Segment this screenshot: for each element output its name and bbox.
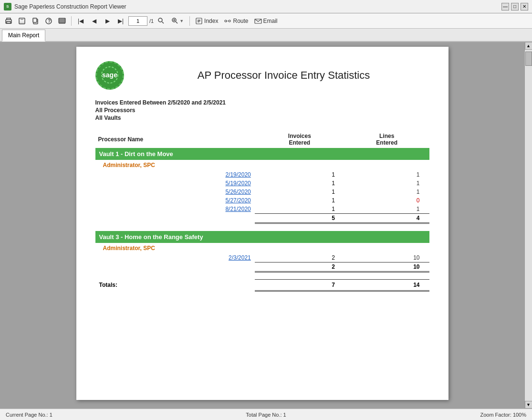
vault-row-1: Vault 3 - Home on the Range Safety [95, 231, 429, 243]
copy-button[interactable] [30, 15, 41, 27]
col-header-invoices: Invoices Entered [255, 131, 344, 148]
subtotal-invoices: 5 [255, 214, 344, 223]
report-table: Processor Name Invoices Entered Lines En… [95, 131, 429, 292]
help-button[interactable]: ? [43, 15, 54, 27]
col-header-name: Processor Name [95, 131, 255, 148]
minimize-button[interactable]: — [501, 3, 509, 10]
report-title: AP Processor Invoice Entry Statistics [138, 69, 429, 82]
lines-cell: 0 [344, 196, 429, 205]
date-link[interactable]: 2/19/2020 [225, 171, 250, 178]
processor-name: Administrator, SPC [95, 160, 429, 170]
date-cell: 2/19/2020 [95, 170, 255, 179]
tab-bar: Main Report [0, 29, 532, 42]
date-cell: 5/27/2020 [95, 196, 255, 205]
last-page-button[interactable]: ▶| [115, 15, 126, 27]
lines-cell: 10 [344, 253, 429, 262]
subtotal-lines: 10 [344, 262, 429, 272]
title-bar-left: S Sage Paperless Construction Report Vie… [4, 3, 126, 10]
totals-label: Totals: [95, 279, 255, 291]
subtotal-row-0-0: 5 4 [95, 214, 429, 223]
report-vaults: All Vaults [95, 115, 429, 121]
sage-logo-text: sage [101, 66, 118, 85]
document-area: sage AP Processor Invoice Entry Statisti… [0, 42, 524, 409]
date-link[interactable]: 8/21/2020 [225, 206, 250, 212]
index-button[interactable]: Index [193, 16, 220, 26]
data-row-0-0-3: 5/27/2020 1 0 [95, 196, 429, 205]
date-link[interactable]: 5/26/2020 [225, 189, 250, 195]
data-row-0-0-4: 8/21/2020 1 1 [95, 205, 429, 214]
date-link[interactable]: 5/19/2020 [225, 180, 250, 187]
spacer-row-1 [95, 272, 429, 279]
email-button[interactable]: Email [252, 16, 280, 26]
status-zoom: Zoom Factor: 100% [353, 412, 526, 418]
processor-row-1-0: Administrator, SPC [95, 243, 429, 253]
date-link[interactable]: 5/27/2020 [225, 197, 250, 204]
invoices-cell: 1 [255, 196, 344, 205]
data-row-0-0-0: 2/19/2020 1 1 [95, 170, 429, 179]
tab-main-report[interactable]: Main Report [2, 30, 45, 42]
data-row-0-0-1: 5/19/2020 1 1 [95, 179, 429, 188]
report-header: sage AP Processor Invoice Entry Statisti… [95, 61, 429, 90]
date-link[interactable]: 2/3/2021 [229, 254, 251, 261]
invoices-cell: 1 [255, 205, 344, 214]
route-button[interactable]: Route [222, 16, 250, 26]
svg-point-24 [229, 20, 230, 22]
svg-point-23 [225, 20, 227, 22]
totals-row: Totals: 7 14 [95, 279, 429, 291]
title-bar-controls: — □ ✕ [501, 3, 528, 10]
sage-logo: sage [95, 61, 124, 90]
lines-cell: 1 [344, 188, 429, 196]
vault-name-1: Vault 3 - Home on the Range Safety [95, 231, 429, 243]
vault-row-0: Vault 1 - Dirt on the Move [95, 148, 429, 160]
page-total-label: /1 [149, 18, 154, 24]
prev-page-button[interactable]: ◀ [88, 15, 100, 27]
page-number-input[interactable] [128, 16, 147, 26]
close-button[interactable]: ✕ [521, 3, 528, 10]
window-title: Sage Paperless Construction Report Viewe… [14, 3, 126, 10]
title-bar: S Sage Paperless Construction Report Vie… [0, 0, 532, 13]
svg-rect-1 [7, 21, 10, 23]
email-label: Email [263, 18, 278, 24]
route-label: Route [233, 18, 248, 24]
total-lines: 14 [344, 279, 429, 291]
table-header: Processor Name Invoices Entered Lines En… [95, 131, 429, 148]
index-label: Index [204, 18, 218, 24]
vault-name-0: Vault 1 - Dirt on the Move [95, 148, 429, 160]
report-paper: sage AP Processor Invoice Entry Statisti… [76, 47, 449, 400]
invoices-cell: 2 [255, 253, 344, 262]
svg-point-13 [158, 18, 162, 22]
scroll-thumb[interactable] [525, 52, 532, 66]
lines-cell: 1 [344, 205, 429, 214]
svg-rect-9 [59, 19, 65, 20]
save-button[interactable] [16, 15, 28, 27]
svg-text:sage: sage [102, 71, 117, 79]
processor-row-0-0: Administrator, SPC [95, 160, 429, 170]
first-page-button[interactable]: |◀ [75, 15, 86, 27]
svg-line-16 [176, 21, 178, 23]
scroll-down-button[interactable]: ▼ [525, 401, 532, 409]
toolbar: ? |◀ ◀ ▶ ▶| /1 ▼ [0, 13, 532, 29]
svg-rect-4 [20, 21, 24, 23]
maximize-button[interactable]: □ [511, 3, 519, 10]
date-cell: 2/3/2021 [95, 253, 255, 262]
subtotal-row-1-0: 2 10 [95, 262, 429, 272]
status-bar: Current Page No.: 1 Total Page No.: 1 Zo… [0, 409, 532, 420]
processor-name: Administrator, SPC [95, 243, 429, 253]
settings-button[interactable] [56, 15, 68, 27]
next-page-button[interactable]: ▶ [102, 15, 113, 27]
separator-2 [189, 16, 190, 26]
scroll-up-button[interactable]: ▲ [525, 42, 532, 50]
find-button[interactable] [156, 15, 167, 27]
subtotal-invoices: 2 [255, 262, 344, 272]
status-current-page: Current Page No.: 1 [6, 412, 179, 418]
date-cell: 5/19/2020 [95, 179, 255, 188]
subtotal-empty [95, 214, 255, 223]
scrollbar-vertical[interactable]: ▲ ▼ [524, 42, 532, 409]
data-row-1-0-0: 2/3/2021 2 10 [95, 253, 429, 262]
zoom-button[interactable]: ▼ [169, 16, 186, 26]
separator-1 [71, 16, 72, 26]
print-button[interactable] [3, 15, 14, 27]
spacer-row-0 [95, 223, 429, 231]
main-area: sage AP Processor Invoice Entry Statisti… [0, 42, 532, 409]
report-meta: Invoices Entered Between 2/5/2020 and 2/… [95, 99, 429, 121]
